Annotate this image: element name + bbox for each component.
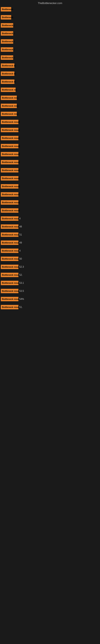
bar-value: 4 xyxy=(19,217,21,220)
bar-row: Bottleneck result xyxy=(0,199,100,206)
bar-label: Bottleneck result xyxy=(1,305,18,309)
bar-value: 52. xyxy=(19,274,23,276)
bar-value: 53.1 xyxy=(19,282,24,284)
bar-row: Bottleneck result49 xyxy=(0,239,100,246)
bar-label: Bottleneck xyxy=(1,7,11,12)
bar-label: Bottleneck r xyxy=(1,31,13,36)
bar-label: Bottleneck res xyxy=(1,88,16,92)
bar-row: Bottleneck result xyxy=(0,142,100,150)
bar-label: Bottleneck result xyxy=(1,152,18,156)
bar-row: Bottleneck re xyxy=(0,70,100,78)
bar-label: Bottleneck re xyxy=(1,72,14,76)
bar-label: Bottleneck re xyxy=(1,80,14,84)
bar-row: Bottleneck result48 xyxy=(0,223,100,230)
bar-row: Bottleneck result51 xyxy=(0,231,100,238)
bar-row: Bottleneck r xyxy=(0,46,100,53)
bar-label: Bottleneck result xyxy=(1,176,18,180)
bar-value: 50 xyxy=(19,258,22,260)
bar-row: Bottleneck result51. xyxy=(0,303,100,311)
bar-value: 51 xyxy=(19,233,22,236)
site-title: TheBottlenecker.com xyxy=(0,0,100,6)
bar-row: Bottleneck result xyxy=(0,182,100,190)
bar-label: Bottleneck r xyxy=(1,23,13,28)
bar-row: Bottleneck result xyxy=(0,150,100,158)
bar-row: Bottleneck result4 xyxy=(0,215,100,222)
bar-label: Bottleneck result xyxy=(1,128,18,132)
bar-value: 53.5 xyxy=(19,290,24,292)
bar-label: Bottleneck result xyxy=(1,200,18,205)
bar-row: Bottleneck resu xyxy=(0,102,100,110)
bar-label: Bottleneck result xyxy=(1,144,18,148)
bar-row: Bottleneck result xyxy=(0,126,100,134)
bar-label: Bottleneck result xyxy=(1,224,18,229)
bar-value: 54% xyxy=(19,298,24,300)
bar-row: Bottleneck xyxy=(0,14,100,21)
bar-row: Bottleneck re xyxy=(0,62,100,70)
bar-label: Bottleneck result xyxy=(1,232,18,237)
bar-value: 49 xyxy=(19,241,22,244)
bar-row: Bottleneck resu xyxy=(0,94,100,102)
bar-row: Bottleneck xyxy=(0,6,100,13)
bar-row: Bottleneck result xyxy=(0,118,100,126)
bar-row: Bottleneck r xyxy=(0,30,100,37)
bar-label: Bottleneck re xyxy=(1,64,14,68)
bar-label: Bottleneck r xyxy=(1,39,13,44)
bar-row: Bottleneck result4 xyxy=(0,247,100,254)
bar-label: Bottleneck result xyxy=(1,248,18,253)
bar-label: Bottleneck result xyxy=(1,136,18,140)
bar-row: Bottleneck result xyxy=(0,134,100,142)
bar-label: Bottleneck result xyxy=(1,289,18,293)
bar-label: Bottleneck resu xyxy=(1,96,17,100)
bar-label: Bottleneck result xyxy=(1,184,18,188)
bar-row: Bottleneck result52. xyxy=(0,271,100,279)
bar-row: Bottleneck result xyxy=(0,158,100,166)
bar-label: Bottleneck result xyxy=(1,297,18,301)
bar-row: Bottleneck result xyxy=(0,190,100,198)
bar-row: Bottleneck result54% xyxy=(0,295,100,303)
bar-row: Bottleneck r xyxy=(0,54,100,62)
bar-value: 52.3 xyxy=(19,266,24,268)
bar-row: Bottleneck result50 xyxy=(0,255,100,263)
bar-label: Bottleneck result xyxy=(1,265,18,269)
bar-row: Bottleneck result xyxy=(0,174,100,182)
bar-label: Bottleneck resu xyxy=(1,112,17,116)
bar-value: 51. xyxy=(19,306,23,308)
header: TheBottlenecker.com xyxy=(0,0,100,6)
bar-label: Bottleneck result xyxy=(1,120,18,124)
bar-row: Bottleneck r xyxy=(0,38,100,45)
bar-row: Bottleneck result53.1 xyxy=(0,279,100,287)
bar-label: Bottleneck result xyxy=(1,216,18,221)
bar-label: Bottleneck result xyxy=(1,240,18,245)
bar-label: Bottleneck r xyxy=(1,55,13,60)
bar-row: Bottleneck res xyxy=(0,86,100,94)
bar-label: Bottleneck result xyxy=(1,192,18,196)
bar-value: 48 xyxy=(19,225,22,228)
bar-row: Bottleneck re xyxy=(0,78,100,86)
bar-label: Bottleneck xyxy=(1,15,11,20)
bar-row: Bottleneck result53.5 xyxy=(0,287,100,295)
bar-label: Bottleneck result xyxy=(1,208,18,213)
bar-row: Bottleneck result xyxy=(0,166,100,174)
bar-row: Bottleneck resu xyxy=(0,110,100,118)
bar-label: Bottleneck resu xyxy=(1,104,17,108)
bar-label: Bottleneck result xyxy=(1,281,18,285)
bar-label: Bottleneck result xyxy=(1,273,18,277)
bar-label: Bottleneck result xyxy=(1,168,18,172)
bar-value: 4 xyxy=(19,249,21,252)
bar-row: Bottleneck result xyxy=(0,207,100,214)
bar-label: Bottleneck r xyxy=(1,47,13,52)
bar-row: Bottleneck r xyxy=(0,22,100,29)
bar-row: Bottleneck result52.3 xyxy=(0,263,100,271)
bars-container: BottleneckBottleneckBottleneck rBottlene… xyxy=(0,6,100,311)
bar-label: Bottleneck result xyxy=(1,160,18,164)
bar-label: Bottleneck result xyxy=(1,256,18,261)
